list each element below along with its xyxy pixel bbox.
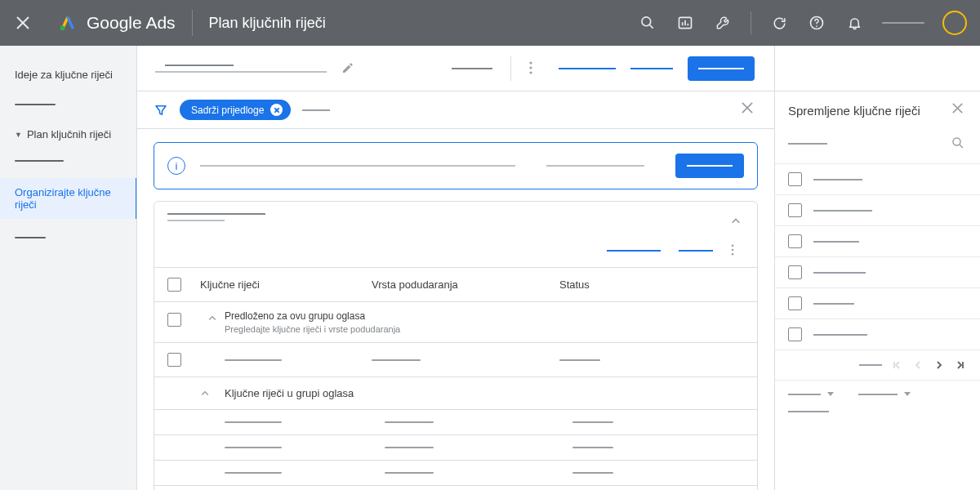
help-icon[interactable] [807,13,826,33]
sidebar-item-placeholder[interactable] [15,104,56,105]
item-checkbox[interactable] [788,296,802,310]
saved-keyword-item[interactable] [775,319,980,350]
cell-placeholder [572,472,613,474]
chip-remove-icon[interactable] [270,104,283,116]
panel-bottom [775,408,980,424]
group-subtitle-placeholder [167,220,225,221]
ad-group-card: Ključne riječi Vrsta podudaranja Status … [154,201,758,490]
item-checkbox[interactable] [788,327,802,341]
cell-placeholder [572,447,613,448]
first-page-icon[interactable] [890,359,903,372]
svg-point-3 [642,17,651,26]
header-divider [751,11,751,34]
saved-keyword-item[interactable] [775,195,980,226]
filter-bar: Sadrži prijedloge [137,91,774,129]
item-placeholder [813,272,866,274]
last-page-icon[interactable] [954,359,967,372]
svg-point-21 [953,138,960,145]
panel-search[interactable] [775,129,980,164]
brand-text: Google Ads [87,13,176,33]
group-action-link[interactable] [607,250,661,252]
footer-select[interactable] [788,392,834,396]
saved-keyword-item[interactable] [775,257,980,288]
chevron-up-icon[interactable] [728,213,744,229]
saved-keyword-item[interactable] [775,288,980,319]
info-banner: i [154,142,758,189]
in-group-section-row: Ključne riječi u grupi oglasa [154,377,757,410]
filter-chip[interactable]: Sadrži prijedloge [180,100,291,120]
table-header-row: Ključne riječi Vrsta podudaranja Status [154,268,757,302]
panel-footer [775,381,980,408]
item-checkbox[interactable] [788,203,802,217]
account-placeholder[interactable] [882,22,924,24]
sidebar-heading: Ideje za ključne riječi [0,60,137,89]
edit-icon[interactable] [341,61,356,76]
table-row[interactable] [154,410,757,435]
chevron-up-icon[interactable] [200,389,215,399]
sidebar-item-placeholder[interactable] [15,160,64,162]
item-checkbox[interactable] [788,234,802,248]
svg-point-17 [732,249,734,252]
notifications-icon[interactable] [844,13,864,33]
search-icon[interactable] [638,13,657,33]
reports-icon[interactable] [675,13,695,33]
filter-icon[interactable] [154,103,168,118]
center-column: Sadrži prijedloge i [137,91,774,490]
row-checkbox[interactable] [167,353,181,367]
column-status[interactable]: Status [559,278,744,291]
prev-page-icon[interactable] [911,359,924,372]
select-all-checkbox[interactable] [167,278,181,292]
item-placeholder [813,303,854,305]
subheader-placeholder [452,68,492,69]
saved-keyword-item[interactable] [775,226,980,257]
group-action-link[interactable] [679,250,713,252]
header-divider [192,10,193,36]
next-page-icon[interactable] [933,359,946,372]
subheader-link-placeholder[interactable] [630,68,673,69]
tools-icon[interactable] [713,13,733,33]
chevron-up-icon[interactable] [200,310,225,334]
table-row[interactable] [154,435,757,461]
footer-select[interactable] [858,392,911,396]
cell-placeholder [372,359,421,361]
item-placeholder [813,241,859,243]
row-checkbox[interactable] [167,313,181,327]
primary-action-button[interactable] [688,56,755,81]
sidebar-item-organize[interactable]: Organizirajte ključne riječi [0,178,137,219]
item-placeholder [813,179,862,180]
close-icon[interactable] [13,13,33,33]
right-spacer [774,46,980,91]
more-icon[interactable] [731,244,744,257]
suggested-section-row: Predloženo za ovu grupu oglasa Pregledaj… [154,302,757,343]
caret-down-icon [904,392,911,396]
cell-placeholder [385,447,434,448]
cell-placeholder [385,421,434,423]
column-keywords[interactable]: Ključne riječi [200,278,372,291]
search-icon[interactable] [951,136,967,152]
cell-placeholder [225,421,282,423]
info-action-button[interactable] [675,154,744,178]
refresh-icon[interactable] [769,13,789,33]
svg-point-2 [60,25,65,30]
header-actions [638,11,967,35]
saved-keyword-item[interactable] [775,164,980,195]
sidebar-item-label: Plan ključnih riječi [27,128,111,140]
table-row[interactable] [154,461,757,486]
close-icon[interactable] [742,102,758,118]
subheader-link-placeholder[interactable] [559,68,616,69]
more-icon[interactable] [529,61,544,76]
panel-title: Spremljene ključne riječi [788,104,920,118]
close-icon[interactable] [952,103,967,118]
sidebar-item-plan[interactable]: ▼ Plan ključnih riječi [0,120,137,149]
sidebar-item-placeholder[interactable] [15,237,46,238]
svg-line-4 [650,25,653,29]
table-row[interactable] [154,486,757,490]
panel-header: Spremljene ključne riječi [775,91,980,129]
item-checkbox[interactable] [788,265,802,279]
filter-chip-label: Sadrži prijedloge [191,105,264,116]
item-placeholder [813,334,867,336]
item-checkbox[interactable] [788,172,802,186]
avatar[interactable] [942,11,967,35]
column-match-type[interactable]: Vrsta podudaranja [372,278,559,291]
table-row[interactable] [154,343,757,377]
